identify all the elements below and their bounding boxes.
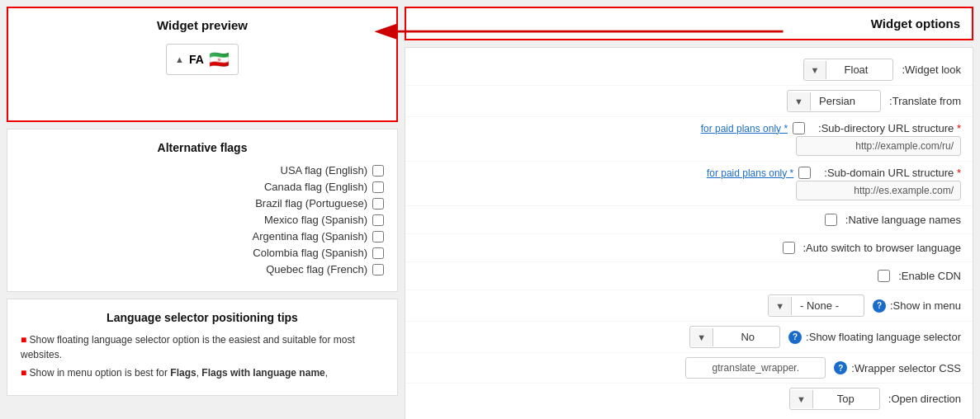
subdirectory-label: :Sub-directory URL structure * [818,122,961,134]
chevron-down-icon-3: ▼ [769,297,792,315]
cdn-label: :Enable CDN [898,270,961,282]
chevron-down-icon-5: ▼ [790,390,813,408]
show-floating-value: No [713,327,779,347]
wrapper-css-input[interactable] [685,357,826,379]
subdirectory-control: for paid plans only * [701,122,805,134]
flag-checkbox-canada[interactable] [372,181,384,193]
open-direction-value: Top [813,388,879,409]
alt-flags-title: Alternative flags [21,141,384,154]
flag-lang-label: FA [189,53,204,66]
flag-checkbox-argentina[interactable] [372,231,384,242]
option-row-subdirectory: for paid plans only * :Sub-directory URL… [405,117,973,162]
widget-look-value: Float [826,59,892,80]
auto-switch-label: :Auto switch to browser language [803,242,962,254]
auto-switch-checkbox[interactable] [783,242,795,254]
option-row-show-floating: ▼ No ? :Show floating language selector [405,322,973,353]
option-row-show-in-menu: ▼ - None - ? :Show in menu [405,290,973,322]
subdomain-label: :Sub-domain URL structure * [824,167,961,179]
chevron-down-icon-4: ▼ [690,328,713,346]
widget-look-label: :Widget look [902,64,961,76]
show-floating-label: ? :Show floating language selector [788,331,961,344]
wrapper-css-control [685,357,826,379]
show-in-menu-select[interactable]: ▼ - None - [768,294,864,317]
flag-item-mexico: Mexico flag (Spanish) [21,214,384,226]
widget-preview-flag[interactable]: ▲ FA 🇮🇷 [166,44,239,75]
show-in-menu-value: - None - [792,295,864,316]
tip-text-2: ■ Show in menu option is best for Flags,… [21,365,384,380]
subdomain-checkbox[interactable] [798,167,811,179]
wrapper-css-label: ? :Wrapper selector CSS [834,361,961,374]
translate-from-control: ▼ Persian [787,90,881,112]
flag-checkbox-mexico[interactable] [372,214,384,226]
flag-item-argentina: Argentina flag (Spanish) [21,230,384,242]
flag-emoji: 🇮🇷 [209,49,230,69]
options-table: ▼ Float :Widget look ▼ Persian :Translat… [405,47,973,419]
native-names-label: :Native language names [845,214,961,226]
subdomain-url-input[interactable] [796,181,961,200]
flag-label-canada: Canada flag (English) [264,181,367,193]
flag-label-colombia: Colombia flag (Spanish) [253,247,367,259]
option-row-wrapper-css: ? :Wrapper selector CSS [405,353,973,384]
widget-preview-title: Widget preview [21,18,383,32]
widget-look-select[interactable]: ▼ Float [803,59,894,81]
flag-item-colombia: Colombia flag (Spanish) [21,247,384,259]
flag-item-canada: Canada flag (English) [21,181,384,193]
option-row-subdomain: for paid plans only * :Sub-domain URL st… [405,162,973,206]
flag-checkbox-colombia[interactable] [372,247,384,259]
positioning-tips-section: Language selector positioning tips ■ Sho… [7,299,398,396]
flag-checkbox-usa[interactable] [372,165,384,177]
subdomain-control: for paid plans only * [707,167,811,179]
flag-label-quebec: Quebec flag (French) [266,263,367,275]
auto-switch-control [783,242,795,254]
flag-label-brazil: Brazil flag (Portuguese) [255,197,367,210]
option-row-auto-switch: :Auto switch to browser language [405,234,973,262]
flag-label-usa: USA flag (English) [281,164,368,177]
translate-from-label: :Translate from [889,95,961,107]
show-floating-control: ▼ No [689,326,780,348]
flag-item-usa: USA flag (English) [21,164,384,177]
subdirectory-url-input[interactable] [796,136,961,156]
cdn-control [878,270,890,282]
positioning-title: Language selector positioning tips [21,311,384,324]
chevron-up-icon: ▲ [175,54,184,64]
alternative-flags-section: Alternative flags USA flag (English) Can… [7,129,398,292]
subdomain-paid-link[interactable]: for paid plans only * [707,167,793,179]
option-row-widget-look: ▼ Float :Widget look [405,54,973,86]
subdirectory-checkbox[interactable] [793,122,805,134]
open-direction-control: ▼ Top [789,388,880,410]
native-names-checkbox[interactable] [825,214,837,226]
chevron-down-icon: ▼ [804,61,827,79]
show-floating-select[interactable]: ▼ No [689,326,780,348]
translate-from-select[interactable]: ▼ Persian [787,90,881,112]
option-row-cdn: :Enable CDN [405,262,973,290]
widget-options-header: Widget options [405,7,973,40]
right-panel: Widget options ▼ Float :Widget look ▼ [405,0,980,419]
open-direction-select[interactable]: ▼ Top [789,388,880,410]
tip-text-1: ■ Show floating language selector option… [21,332,384,362]
show-in-menu-help-icon[interactable]: ? [873,299,886,313]
flag-checkbox-brazil[interactable] [372,198,384,210]
widget-look-control: ▼ Float [803,59,894,81]
chevron-down-icon-2: ▼ [788,92,811,111]
flag-item-quebec: Quebec flag (French) [21,263,384,275]
option-row-native-names: :Native language names [405,206,973,234]
flag-label-argentina: Argentina flag (Spanish) [253,230,367,242]
show-floating-help-icon[interactable]: ? [788,331,802,344]
flag-checkbox-quebec[interactable] [372,264,384,275]
flag-item-brazil: Brazil flag (Portuguese) [21,197,384,210]
native-names-control [825,214,837,226]
show-in-menu-control: ▼ - None - [768,294,864,317]
translate-from-value: Persian [811,91,880,111]
cdn-checkbox[interactable] [878,270,890,282]
option-row-open-direction: ▼ Top :Open direction [405,384,973,414]
widget-preview-section: Widget preview ▲ FA 🇮🇷 [7,7,398,122]
left-panel: Widget preview ▲ FA 🇮🇷 Alternative flags… [0,0,405,419]
subdirectory-paid-link[interactable]: for paid plans only * [701,123,788,134]
flag-label-mexico: Mexico flag (Spanish) [264,214,367,226]
wrapper-css-help-icon[interactable]: ? [834,361,847,374]
open-direction-label: :Open direction [888,393,961,405]
show-in-menu-label: ? :Show in menu [873,299,961,313]
option-row-translate-from: ▼ Persian :Translate from [405,86,973,117]
